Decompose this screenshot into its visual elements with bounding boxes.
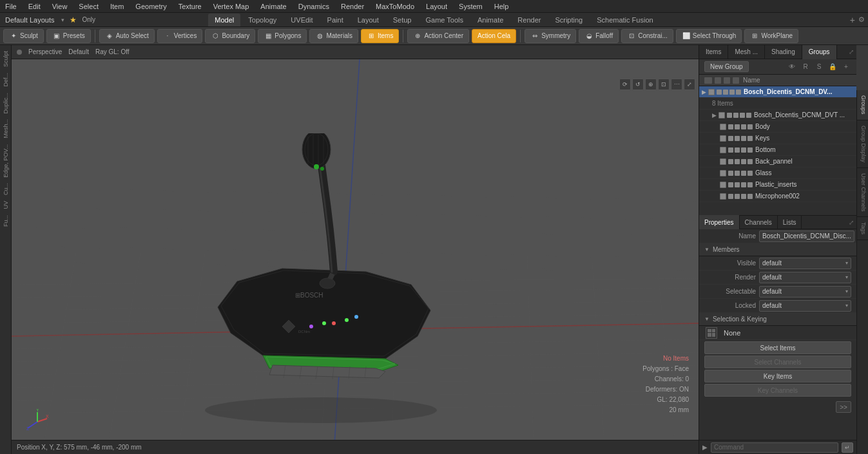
menu-view[interactable]: View	[50, 3, 70, 10]
mode-tab-topology[interactable]: Topology	[242, 14, 283, 26]
mode-tab-scripting[interactable]: Scripting	[548, 14, 589, 26]
viewport-style[interactable]: Default	[68, 48, 89, 55]
viewport-fit-button[interactable]: ⊡	[658, 79, 670, 90]
command-input[interactable]: Command	[711, 442, 838, 453]
vtab-group-display[interactable]: Group Display	[857, 120, 868, 168]
settings-icon[interactable]: ⚙	[858, 15, 865, 24]
viewport-refresh-button[interactable]: ↺	[632, 79, 644, 90]
panel-tab-shading[interactable]: Shading	[765, 45, 802, 59]
prop-tab-lists[interactable]: Lists	[778, 215, 802, 229]
tree-item-6[interactable]: Plastic_inserts	[699, 179, 856, 191]
tree-item-0[interactable]: ▶ Bosch_Dicentis_DCNM_DVT ...	[699, 109, 856, 121]
select-channels-button[interactable]: Select Channels	[704, 355, 851, 368]
falloff-button[interactable]: ◒ Falloff	[579, 29, 619, 43]
viewport-menu-button[interactable]: ⋯	[671, 79, 682, 90]
viewport-raygl[interactable]: Ray GL: Off	[95, 48, 130, 55]
tree-item-3[interactable]: Bottom	[699, 144, 856, 156]
mode-tab-paint[interactable]: Paint	[321, 14, 350, 26]
members-section[interactable]: ▼ Members	[699, 243, 856, 256]
mode-tab-schematic[interactable]: Schematic Fusion	[590, 14, 659, 26]
select-items-button[interactable]: Select Items	[704, 341, 851, 354]
selectable-dropdown[interactable]: default ▾	[759, 286, 851, 298]
sidebar-item-def[interactable]: Def...	[1, 70, 10, 90]
menu-help[interactable]: Help	[492, 3, 511, 10]
mode-tab-animate[interactable]: Animate	[471, 14, 510, 26]
groups-icon2[interactable]: R	[800, 62, 811, 72]
menu-render[interactable]: Render	[339, 3, 366, 10]
forward-button[interactable]: >>	[836, 401, 851, 413]
menu-vertex-map[interactable]: Vertex Map	[211, 3, 251, 10]
auto-select-button[interactable]: ◈ Auto Select	[99, 29, 155, 43]
menu-file[interactable]: File	[3, 3, 19, 10]
mode-tab-gametools[interactable]: Game Tools	[419, 14, 470, 26]
key-items-button[interactable]: Key Items	[704, 370, 851, 383]
panel-expand-icon[interactable]: ⤢	[846, 45, 856, 59]
menu-texture[interactable]: Texture	[177, 3, 204, 10]
vtab-groups[interactable]: Groups	[857, 90, 868, 120]
visible-dropdown[interactable]: default ▾	[759, 258, 851, 269]
menu-maxtomodo[interactable]: MaxToModo	[374, 3, 416, 10]
viewport-rotate-button[interactable]: ⟳	[619, 79, 631, 90]
mode-tab-setup[interactable]: Setup	[387, 14, 418, 26]
render-dropdown[interactable]: default ▾	[759, 272, 851, 283]
materials-button[interactable]: ◍ Materials	[309, 29, 358, 43]
groups-icon3[interactable]: S	[814, 62, 824, 72]
items-button[interactable]: ⊞ Items	[361, 29, 399, 43]
tree-item-5[interactable]: Glass	[699, 167, 856, 179]
tree-item-7[interactable]: Microphone002	[699, 191, 856, 202]
viewport-mode[interactable]: Perspective	[28, 48, 62, 55]
menu-item[interactable]: Item	[108, 3, 126, 10]
menu-geometry[interactable]: Geometry	[133, 3, 168, 10]
panel-tab-groups[interactable]: Groups	[802, 45, 837, 59]
workplane-button[interactable]: ⊞ WorkPlane	[744, 29, 798, 43]
mode-tab-layout[interactable]: Layout	[351, 14, 385, 26]
vertices-button[interactable]: · Vertices	[157, 29, 203, 43]
panel-tab-mesh[interactable]: Mesh ...	[728, 45, 765, 59]
sidebar-item-mesh[interactable]: Mesh...	[1, 117, 10, 141]
locked-dropdown[interactable]: default ▾	[759, 300, 851, 312]
viewport-scene[interactable]: ⊞BOSCH	[12, 59, 699, 454]
sculpt-button[interactable]: ✦ Sculpt	[3, 29, 44, 43]
viewport-area[interactable]: Perspective Default Ray GL: Off	[12, 45, 699, 454]
sidebar-item-duplic[interactable]: Duplic...	[1, 90, 10, 117]
viewport-zoom-button[interactable]: ⊕	[645, 79, 657, 90]
constrain-button[interactable]: ⊡ Constrai...	[621, 29, 673, 43]
name-input[interactable]: Bosch_Dicentis_DCNM_Disc...	[759, 231, 854, 242]
menu-select[interactable]: Select	[77, 3, 101, 10]
presets-button[interactable]: ▣ Presets	[46, 29, 91, 43]
vtab-user-channels[interactable]: User Channels	[857, 168, 868, 218]
command-enter-button[interactable]: ↵	[842, 442, 853, 453]
symmetry-button[interactable]: ⇔ Symmetry	[525, 29, 576, 43]
panel-tab-items[interactable]: Items	[699, 45, 728, 59]
sidebar-item-uv[interactable]: UV	[1, 198, 10, 212]
vtab-tags[interactable]: Tags	[857, 217, 868, 240]
layout-dropdown[interactable]: Default Layouts	[3, 16, 56, 24]
key-channels-button[interactable]: Key Channels	[704, 384, 851, 397]
tree-item-1[interactable]: Body	[699, 121, 856, 133]
mode-tab-render[interactable]: Render	[511, 14, 547, 26]
sel-keying-section[interactable]: ▼ Selection & Keying	[699, 313, 856, 326]
menu-layout[interactable]: Layout	[424, 3, 449, 10]
tree-item-2[interactable]: Keys	[699, 133, 856, 144]
mode-tab-uvedit[interactable]: UVEdit	[284, 14, 319, 26]
prop-tab-properties[interactable]: Properties	[699, 215, 740, 229]
menu-animate[interactable]: Animate	[258, 3, 288, 10]
groups-icon4[interactable]: 🔒	[827, 62, 838, 72]
command-arrow[interactable]: ▶	[702, 444, 708, 451]
groups-icon1[interactable]: 👁	[787, 62, 797, 72]
sidebar-item-edge[interactable]: Edge, POV...	[1, 142, 10, 180]
menu-dynamics[interactable]: Dynamics	[296, 3, 331, 10]
select-through-button[interactable]: ⬜ Select Through	[676, 29, 742, 43]
root-checkbox[interactable]	[708, 89, 715, 95]
polygons-button[interactable]: ▦ Polygons	[258, 29, 307, 43]
mode-tab-model[interactable]: Model	[208, 14, 240, 26]
viewport-expand-button[interactable]: ⤢	[684, 79, 695, 90]
tree-root-item[interactable]: ▶ Bosch_Dicentis_DCNM_DV...	[699, 86, 856, 98]
sidebar-item-sculpt[interactable]: Sculpt	[1, 48, 10, 70]
action-cela-button[interactable]: Action Cela	[472, 29, 516, 43]
prop-tab-channels[interactable]: Channels	[740, 215, 778, 229]
add-tab-button[interactable]: +	[850, 15, 855, 25]
menu-system[interactable]: System	[457, 3, 485, 10]
sidebar-item-fu[interactable]: Fu...	[1, 213, 10, 229]
sidebar-item-cu[interactable]: Cu...	[1, 180, 10, 198]
